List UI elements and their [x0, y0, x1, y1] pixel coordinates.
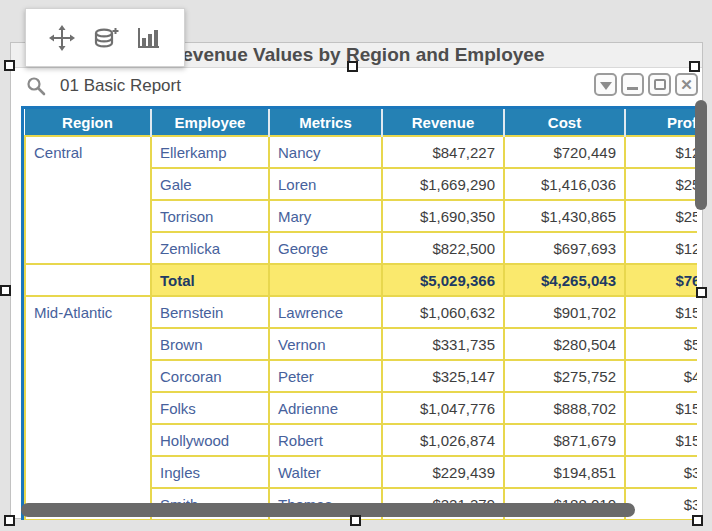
table-row: Mid-AtlanticBernsteinLawrence$1,060,632$…	[25, 296, 697, 328]
cell-metrics[interactable]: Vernon	[269, 328, 382, 360]
report-toolbar: 01 Basic Report ✕	[11, 69, 702, 103]
cell-profit[interactable]: $259,485	[625, 200, 697, 232]
bar-chart-icon[interactable]	[134, 24, 162, 52]
cell-cost[interactable]: $871,679	[504, 424, 625, 456]
cell-cost[interactable]: $194,851	[504, 456, 625, 488]
cell-metrics[interactable]: Lawrence	[269, 296, 382, 328]
cell-region-empty[interactable]	[25, 264, 151, 296]
cell-cost[interactable]: $888,702	[504, 392, 625, 424]
cell-revenue[interactable]: $1,669,290	[382, 168, 504, 200]
close-button[interactable]: ✕	[675, 73, 698, 96]
cell-revenue[interactable]: $847,227	[382, 136, 504, 168]
selection-handle-top-right[interactable]	[689, 61, 700, 72]
cell-profit[interactable]: $158,930	[625, 296, 697, 328]
cell-cost[interactable]: $280,504	[504, 328, 625, 360]
report-widget: Revenue Values by Region and Employee 01…	[10, 42, 703, 519]
cell-employee[interactable]: Gale	[151, 168, 269, 200]
vertical-scrollbar[interactable]	[695, 100, 707, 210]
report-table-frame: Region Employee Metrics Revenue Cost Pro…	[21, 106, 697, 520]
cell-revenue[interactable]: $822,500	[382, 232, 504, 264]
table-total-row: Total$5,029,366$4,265,043$764,323	[25, 264, 697, 296]
maximize-button[interactable]	[648, 73, 671, 96]
cell-metrics[interactable]: Loren	[269, 168, 382, 200]
cell-profit[interactable]: $34,588	[625, 456, 697, 488]
selection-handle-top-middle[interactable]	[347, 61, 358, 72]
cell-employee[interactable]: Brown	[151, 328, 269, 360]
cell-profit[interactable]: $124,807	[625, 232, 697, 264]
minimize-button[interactable]	[621, 73, 644, 96]
cell-metrics[interactable]: George	[269, 232, 382, 264]
cell-employee[interactable]: Torrison	[151, 200, 269, 232]
data-source-icon[interactable]	[91, 24, 119, 52]
minimize-icon	[627, 87, 638, 90]
cell-profit[interactable]: $126,778	[625, 136, 697, 168]
selection-handle-bottom-left[interactable]	[4, 515, 15, 526]
column-header-region[interactable]: Region	[25, 109, 151, 136]
cell-cost[interactable]: $1,430,865	[504, 200, 625, 232]
report-name: 01 Basic Report	[60, 76, 181, 96]
horizontal-scrollbar[interactable]	[21, 503, 635, 517]
chevron-down-icon	[600, 82, 612, 90]
cell-region[interactable]: Central	[25, 136, 151, 264]
cell-profit[interactable]: $253,254	[625, 168, 697, 200]
column-header-profit[interactable]: Profit	[625, 109, 697, 136]
dropdown-button[interactable]	[594, 73, 617, 96]
cell-metrics[interactable]: Robert	[269, 424, 382, 456]
cell-profit[interactable]: $33,369	[625, 488, 697, 520]
widget-mini-toolbar	[25, 8, 185, 67]
cell-cost[interactable]: $697,693	[504, 232, 625, 264]
selection-handle-middle-right[interactable]	[696, 287, 707, 298]
cell-employee[interactable]: Corcoran	[151, 360, 269, 392]
cell-total-cost[interactable]: $4,265,043	[504, 264, 625, 296]
cell-total-label[interactable]: Total	[151, 264, 269, 296]
selection-handle-bottom-right[interactable]	[692, 515, 703, 526]
maximize-icon	[654, 79, 666, 90]
cell-revenue[interactable]: $1,047,776	[382, 392, 504, 424]
dashboard-canvas: { "float_toolbar": { "icons": [ { "name"…	[0, 0, 712, 531]
table-header-row: Region Employee Metrics Revenue Cost Pro…	[25, 109, 697, 136]
report-table: Region Employee Metrics Revenue Cost Pro…	[24, 109, 697, 520]
cell-profit[interactable]: $51,231	[625, 328, 697, 360]
cell-total-profit[interactable]: $764,323	[625, 264, 697, 296]
cell-employee[interactable]: Zemlicka	[151, 232, 269, 264]
cell-employee[interactable]: Ingles	[151, 456, 269, 488]
cell-metrics[interactable]: Walter	[269, 456, 382, 488]
cell-region[interactable]: Mid-Atlantic	[25, 296, 151, 520]
cell-total-revenue[interactable]: $5,029,366	[382, 264, 504, 296]
column-header-metrics[interactable]: Metrics	[269, 109, 382, 136]
cell-employee[interactable]: Ellerkamp	[151, 136, 269, 168]
cell-employee[interactable]: Folks	[151, 392, 269, 424]
table-row: CentralEllerkampNancy$847,227$720,449$12…	[25, 136, 697, 168]
cell-revenue[interactable]: $331,735	[382, 328, 504, 360]
cell-employee[interactable]: Hollywood	[151, 424, 269, 456]
cell-metrics[interactable]: Mary	[269, 200, 382, 232]
cell-revenue[interactable]: $229,439	[382, 456, 504, 488]
selection-handle-middle-left[interactable]	[0, 285, 11, 296]
cell-metrics[interactable]: Peter	[269, 360, 382, 392]
cell-cost[interactable]: $720,449	[504, 136, 625, 168]
cell-profit[interactable]: $49,395	[625, 360, 697, 392]
report-table-viewport: Region Employee Metrics Revenue Cost Pro…	[21, 106, 697, 520]
column-header-cost[interactable]: Cost	[504, 109, 625, 136]
cell-employee[interactable]: Bernstein	[151, 296, 269, 328]
cell-revenue[interactable]: $1,026,874	[382, 424, 504, 456]
cell-metrics[interactable]: Adrienne	[269, 392, 382, 424]
column-header-revenue[interactable]: Revenue	[382, 109, 504, 136]
cell-metrics[interactable]: Nancy	[269, 136, 382, 168]
cell-revenue[interactable]: $1,690,350	[382, 200, 504, 232]
cell-profit[interactable]: $155,195	[625, 424, 697, 456]
selection-handle-bottom-middle[interactable]	[350, 515, 361, 526]
cell-metrics-empty[interactable]	[269, 264, 382, 296]
move-icon[interactable]	[48, 24, 76, 52]
cell-cost[interactable]: $275,752	[504, 360, 625, 392]
search-icon[interactable]	[26, 76, 46, 96]
cell-profit[interactable]: $159,074	[625, 392, 697, 424]
cell-revenue[interactable]: $1,060,632	[382, 296, 504, 328]
close-icon: ✕	[680, 77, 693, 92]
cell-cost[interactable]: $1,416,036	[504, 168, 625, 200]
window-controls: ✕	[594, 73, 698, 96]
cell-revenue[interactable]: $325,147	[382, 360, 504, 392]
column-header-employee[interactable]: Employee	[151, 109, 269, 136]
cell-cost[interactable]: $901,702	[504, 296, 625, 328]
selection-handle-top-left[interactable]	[4, 60, 15, 71]
